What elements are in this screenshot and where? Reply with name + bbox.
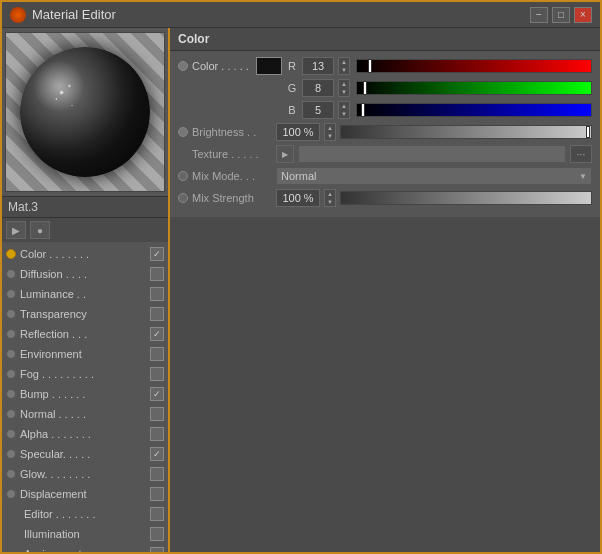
- channel-item-specular[interactable]: Specular. . . . .✓: [2, 444, 168, 464]
- mix-spin-up[interactable]: ▲: [325, 190, 335, 198]
- color-dot: [178, 61, 188, 71]
- channel-check-reflection[interactable]: ✓: [150, 327, 164, 341]
- channel-item-alpha[interactable]: Alpha . . . . . . .: [2, 424, 168, 444]
- channel-check-color[interactable]: ✓: [150, 247, 164, 261]
- channel-check-glow[interactable]: [150, 467, 164, 481]
- channel-dot-color: [6, 249, 16, 259]
- mix-strength-label: Mix Strength: [192, 192, 272, 204]
- minimize-button[interactable]: −: [530, 7, 548, 23]
- b-thumb[interactable]: [361, 103, 365, 117]
- channel-check-editor[interactable]: [150, 507, 164, 521]
- channel-check-normal[interactable]: [150, 407, 164, 421]
- window-title: Material Editor: [32, 7, 116, 22]
- g-spinner[interactable]: ▲ ▼: [338, 79, 350, 97]
- channel-item-assignment[interactable]: Assignment: [2, 544, 168, 552]
- mix-mode-dropdown[interactable]: Normal ▼: [276, 167, 592, 185]
- brightness-slider[interactable]: [340, 125, 592, 139]
- channel-dot-specular: [6, 449, 16, 459]
- play-button[interactable]: ▶: [6, 221, 26, 239]
- channel-item-luminance[interactable]: Luminance . .: [2, 284, 168, 304]
- channel-dot-bump: [6, 389, 16, 399]
- channel-item-color[interactable]: Color . . . . . . .✓: [2, 244, 168, 264]
- channel-item-glow[interactable]: Glow. . . . . . . .: [2, 464, 168, 484]
- mix-spin-down[interactable]: ▼: [325, 198, 335, 206]
- channel-item-editor[interactable]: Editor . . . . . . .: [2, 504, 168, 524]
- color-swatch[interactable]: [256, 57, 282, 75]
- texture-play-button[interactable]: ▶: [276, 145, 294, 163]
- channel-check-environment[interactable]: [150, 347, 164, 361]
- brightness-thumb[interactable]: [586, 126, 590, 138]
- g-spin-up[interactable]: ▲: [339, 80, 349, 88]
- browse-dots-icon: ···: [577, 149, 585, 160]
- channel-item-transparency[interactable]: Transparency: [2, 304, 168, 324]
- mix-mode-label: Mix Mode. . .: [192, 170, 272, 182]
- channel-dot-normal: [6, 409, 16, 419]
- channel-check-luminance[interactable]: [150, 287, 164, 301]
- channel-check-bump[interactable]: ✓: [150, 387, 164, 401]
- g-thumb[interactable]: [363, 81, 367, 95]
- channel-check-fog[interactable]: [150, 367, 164, 381]
- channel-check-assignment[interactable]: [150, 547, 164, 552]
- right-scroll-area: [170, 217, 600, 552]
- channel-label-transparency: Transparency: [20, 308, 146, 320]
- material-name: Mat.3: [8, 200, 38, 214]
- channel-item-environment[interactable]: Environment: [2, 344, 168, 364]
- b-spinner[interactable]: ▲ ▼: [338, 101, 350, 119]
- r-spinner[interactable]: ▲ ▼: [338, 57, 350, 75]
- channel-item-bump[interactable]: Bump . . . . . .✓: [2, 384, 168, 404]
- channel-item-displacement[interactable]: Displacement: [2, 484, 168, 504]
- channel-check-specular[interactable]: ✓: [150, 447, 164, 461]
- brightness-row: Brightness . . ▲ ▼: [178, 123, 592, 141]
- channel-label-specular: Specular. . . . .: [20, 448, 146, 460]
- g-input[interactable]: [302, 79, 334, 97]
- maximize-button[interactable]: □: [552, 7, 570, 23]
- b-slider-track[interactable]: [356, 103, 592, 117]
- channel-item-illumination[interactable]: Illumination: [2, 524, 168, 544]
- r-slider-track[interactable]: [356, 59, 592, 73]
- brightness-spinner[interactable]: ▲ ▼: [324, 123, 336, 141]
- channel-check-illumination[interactable]: [150, 527, 164, 541]
- mix-strength-input[interactable]: [276, 189, 320, 207]
- b-spin-down[interactable]: ▼: [339, 110, 349, 118]
- channel-item-normal[interactable]: Normal . . . . .: [2, 404, 168, 424]
- channel-label-alpha: Alpha . . . . . . .: [20, 428, 146, 440]
- b-slider[interactable]: [356, 103, 592, 117]
- r-slider[interactable]: [356, 59, 592, 73]
- mix-strength-slider[interactable]: [340, 191, 592, 205]
- r-input[interactable]: [302, 57, 334, 75]
- texture-browse-button[interactable]: ···: [570, 145, 592, 163]
- mix-mode-value: Normal: [281, 170, 316, 182]
- r-spin-up[interactable]: ▲: [339, 58, 349, 66]
- r-spin-down[interactable]: ▼: [339, 66, 349, 74]
- mix-strength-spinner[interactable]: ▲ ▼: [324, 189, 336, 207]
- r-thumb[interactable]: [368, 59, 372, 73]
- checkmark-icon: ✓: [153, 329, 161, 339]
- material-preview[interactable]: [5, 32, 165, 192]
- channel-check-displacement[interactable]: [150, 487, 164, 501]
- channel-dot-transparency: [6, 309, 16, 319]
- lock-button[interactable]: ●: [30, 221, 50, 239]
- channel-check-transparency[interactable]: [150, 307, 164, 321]
- channel-check-diffuse[interactable]: [150, 267, 164, 281]
- b-input[interactable]: [302, 101, 334, 119]
- channel-item-reflection[interactable]: Reflection . . .✓: [2, 324, 168, 344]
- channel-item-fog[interactable]: Fog . . . . . . . . .: [2, 364, 168, 384]
- left-panel: Mat.3 ▶ ● Color . . . . . . .✓Diffusion …: [2, 28, 170, 552]
- channel-check-alpha[interactable]: [150, 427, 164, 441]
- r-label: R: [286, 60, 298, 72]
- brightness-spin-up[interactable]: ▲: [325, 124, 335, 132]
- material-editor-window: Material Editor − □ × Mat.3: [0, 0, 602, 554]
- g-spin-down[interactable]: ▼: [339, 88, 349, 96]
- brightness-input[interactable]: [276, 123, 320, 141]
- play-icon: ▶: [12, 225, 20, 236]
- g-slider-track[interactable]: [356, 81, 592, 95]
- channel-dot-environment: [6, 349, 16, 359]
- b-spin-up[interactable]: ▲: [339, 102, 349, 110]
- close-button[interactable]: ×: [574, 7, 592, 23]
- channel-dot-reflection: [6, 329, 16, 339]
- texture-field[interactable]: [298, 145, 566, 163]
- channel-item-diffuse[interactable]: Diffusion . . . .: [2, 264, 168, 284]
- g-slider[interactable]: [356, 81, 592, 95]
- g-label: G: [286, 82, 298, 94]
- brightness-spin-down[interactable]: ▼: [325, 132, 335, 140]
